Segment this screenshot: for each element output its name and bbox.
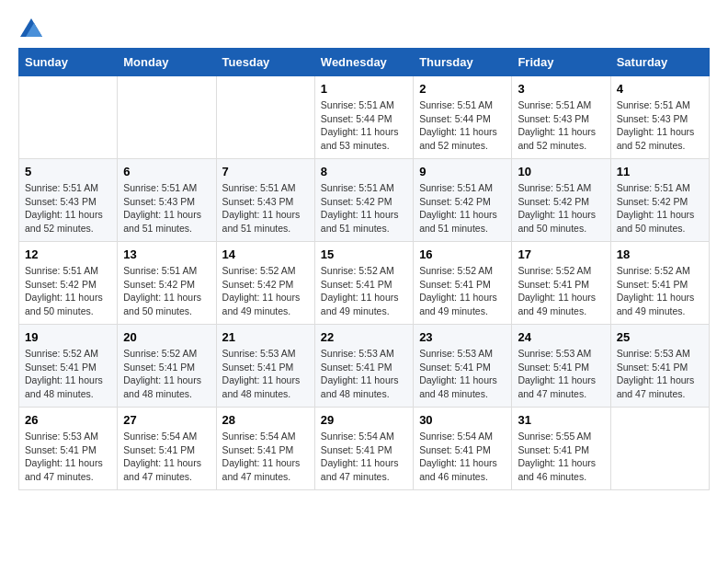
calendar-cell: 22Sunrise: 5:53 AM Sunset: 5:41 PM Dayli… bbox=[314, 325, 413, 408]
day-info: Sunrise: 5:51 AM Sunset: 5:43 PM Dayligh… bbox=[617, 98, 703, 153]
day-number: 3 bbox=[518, 82, 604, 96]
day-number: 21 bbox=[222, 330, 309, 344]
calendar-cell: 15Sunrise: 5:52 AM Sunset: 5:41 PM Dayli… bbox=[314, 242, 413, 325]
day-number: 18 bbox=[617, 247, 703, 261]
day-number: 4 bbox=[617, 82, 703, 96]
day-info: Sunrise: 5:52 AM Sunset: 5:41 PM Dayligh… bbox=[123, 347, 210, 401]
day-info: Sunrise: 5:51 AM Sunset: 5:43 PM Dayligh… bbox=[222, 181, 309, 236]
calendar-cell: 9Sunrise: 5:51 AM Sunset: 5:42 PM Daylig… bbox=[414, 159, 512, 242]
day-info: Sunrise: 5:51 AM Sunset: 5:42 PM Dayligh… bbox=[321, 181, 407, 236]
day-info: Sunrise: 5:54 AM Sunset: 5:41 PM Dayligh… bbox=[222, 430, 309, 484]
day-info: Sunrise: 5:54 AM Sunset: 5:41 PM Dayligh… bbox=[123, 430, 210, 484]
day-number: 8 bbox=[321, 165, 407, 178]
day-number: 29 bbox=[321, 413, 407, 427]
day-number: 14 bbox=[222, 247, 309, 261]
day-info: Sunrise: 5:53 AM Sunset: 5:41 PM Dayligh… bbox=[222, 347, 309, 401]
calendar-cell: 19Sunrise: 5:52 AM Sunset: 5:41 PM Dayli… bbox=[19, 325, 118, 408]
day-info: Sunrise: 5:53 AM Sunset: 5:41 PM Dayligh… bbox=[321, 347, 407, 401]
week-row-3: 12Sunrise: 5:51 AM Sunset: 5:42 PM Dayli… bbox=[19, 242, 710, 325]
day-info: Sunrise: 5:51 AM Sunset: 5:44 PM Dayligh… bbox=[419, 98, 506, 153]
calendar-cell: 29Sunrise: 5:54 AM Sunset: 5:41 PM Dayli… bbox=[314, 408, 413, 490]
header-day-saturday: Saturday bbox=[610, 49, 709, 76]
day-info: Sunrise: 5:52 AM Sunset: 5:41 PM Dayligh… bbox=[617, 264, 703, 318]
calendar-cell: 17Sunrise: 5:52 AM Sunset: 5:41 PM Dayli… bbox=[512, 242, 610, 325]
week-row-4: 19Sunrise: 5:52 AM Sunset: 5:41 PM Dayli… bbox=[19, 325, 710, 408]
day-info: Sunrise: 5:54 AM Sunset: 5:41 PM Dayligh… bbox=[321, 430, 407, 484]
week-row-2: 5Sunrise: 5:51 AM Sunset: 5:43 PM Daylig… bbox=[19, 159, 710, 242]
day-number: 9 bbox=[419, 165, 506, 178]
day-number: 22 bbox=[321, 330, 407, 344]
day-number: 31 bbox=[518, 413, 604, 427]
day-info: Sunrise: 5:55 AM Sunset: 5:41 PM Dayligh… bbox=[518, 430, 604, 484]
day-number: 30 bbox=[419, 413, 506, 427]
header-row: SundayMondayTuesdayWednesdayThursdayFrid… bbox=[19, 49, 710, 76]
header-day-wednesday: Wednesday bbox=[314, 49, 413, 76]
day-info: Sunrise: 5:51 AM Sunset: 5:42 PM Dayligh… bbox=[518, 181, 604, 236]
calendar-cell bbox=[216, 76, 314, 159]
calendar-cell bbox=[610, 408, 709, 490]
day-number: 6 bbox=[123, 165, 210, 178]
logo-icon bbox=[20, 18, 42, 37]
day-info: Sunrise: 5:52 AM Sunset: 5:41 PM Dayligh… bbox=[518, 264, 604, 318]
calendar-cell: 21Sunrise: 5:53 AM Sunset: 5:41 PM Dayli… bbox=[216, 325, 314, 408]
day-number: 19 bbox=[25, 330, 111, 344]
day-info: Sunrise: 5:53 AM Sunset: 5:41 PM Dayligh… bbox=[419, 347, 506, 401]
day-number: 17 bbox=[518, 247, 604, 261]
day-number: 20 bbox=[123, 330, 210, 344]
day-info: Sunrise: 5:54 AM Sunset: 5:41 PM Dayligh… bbox=[419, 430, 506, 484]
day-info: Sunrise: 5:53 AM Sunset: 5:41 PM Dayligh… bbox=[518, 347, 604, 401]
day-info: Sunrise: 5:51 AM Sunset: 5:42 PM Dayligh… bbox=[123, 264, 210, 318]
calendar-cell bbox=[19, 76, 118, 159]
day-number: 12 bbox=[25, 247, 111, 261]
logo bbox=[18, 18, 42, 33]
day-number: 26 bbox=[25, 413, 111, 427]
day-info: Sunrise: 5:51 AM Sunset: 5:43 PM Dayligh… bbox=[123, 181, 210, 236]
day-number: 7 bbox=[222, 165, 309, 178]
day-info: Sunrise: 5:51 AM Sunset: 5:44 PM Dayligh… bbox=[321, 98, 407, 153]
day-number: 5 bbox=[25, 165, 111, 178]
calendar-cell: 30Sunrise: 5:54 AM Sunset: 5:41 PM Dayli… bbox=[414, 408, 512, 490]
calendar-cell: 12Sunrise: 5:51 AM Sunset: 5:42 PM Dayli… bbox=[19, 242, 118, 325]
calendar-cell: 18Sunrise: 5:52 AM Sunset: 5:41 PM Dayli… bbox=[610, 242, 709, 325]
day-info: Sunrise: 5:53 AM Sunset: 5:41 PM Dayligh… bbox=[617, 347, 703, 401]
day-info: Sunrise: 5:53 AM Sunset: 5:41 PM Dayligh… bbox=[25, 430, 111, 484]
day-number: 1 bbox=[321, 82, 407, 96]
header-day-thursday: Thursday bbox=[414, 49, 512, 76]
calendar-cell: 24Sunrise: 5:53 AM Sunset: 5:41 PM Dayli… bbox=[512, 325, 610, 408]
calendar-cell: 3Sunrise: 5:51 AM Sunset: 5:43 PM Daylig… bbox=[512, 76, 610, 159]
header-day-friday: Friday bbox=[512, 49, 610, 76]
calendar-cell: 5Sunrise: 5:51 AM Sunset: 5:43 PM Daylig… bbox=[19, 159, 118, 242]
day-number: 27 bbox=[123, 413, 210, 427]
day-info: Sunrise: 5:51 AM Sunset: 5:42 PM Dayligh… bbox=[25, 264, 111, 318]
calendar-cell: 31Sunrise: 5:55 AM Sunset: 5:41 PM Dayli… bbox=[512, 408, 610, 490]
day-number: 28 bbox=[222, 413, 309, 427]
calendar-table: SundayMondayTuesdayWednesdayThursdayFrid… bbox=[18, 48, 710, 490]
week-row-5: 26Sunrise: 5:53 AM Sunset: 5:41 PM Dayli… bbox=[19, 408, 710, 490]
calendar-cell: 7Sunrise: 5:51 AM Sunset: 5:43 PM Daylig… bbox=[216, 159, 314, 242]
day-info: Sunrise: 5:51 AM Sunset: 5:42 PM Dayligh… bbox=[419, 181, 506, 236]
day-number: 15 bbox=[321, 247, 407, 261]
day-info: Sunrise: 5:52 AM Sunset: 5:42 PM Dayligh… bbox=[222, 264, 309, 318]
calendar-cell: 6Sunrise: 5:51 AM Sunset: 5:43 PM Daylig… bbox=[118, 159, 216, 242]
calendar-cell: 26Sunrise: 5:53 AM Sunset: 5:41 PM Dayli… bbox=[19, 408, 118, 490]
calendar-cell: 13Sunrise: 5:51 AM Sunset: 5:42 PM Dayli… bbox=[118, 242, 216, 325]
day-info: Sunrise: 5:52 AM Sunset: 5:41 PM Dayligh… bbox=[419, 264, 506, 318]
day-info: Sunrise: 5:52 AM Sunset: 5:41 PM Dayligh… bbox=[25, 347, 111, 401]
header-day-sunday: Sunday bbox=[19, 49, 118, 76]
page-header bbox=[18, 18, 710, 33]
calendar-cell: 11Sunrise: 5:51 AM Sunset: 5:42 PM Dayli… bbox=[610, 159, 709, 242]
header-day-monday: Monday bbox=[118, 49, 216, 76]
calendar-cell: 28Sunrise: 5:54 AM Sunset: 5:41 PM Dayli… bbox=[216, 408, 314, 490]
header-day-tuesday: Tuesday bbox=[216, 49, 314, 76]
calendar-cell: 4Sunrise: 5:51 AM Sunset: 5:43 PM Daylig… bbox=[610, 76, 709, 159]
calendar-cell: 27Sunrise: 5:54 AM Sunset: 5:41 PM Dayli… bbox=[118, 408, 216, 490]
calendar-cell: 8Sunrise: 5:51 AM Sunset: 5:42 PM Daylig… bbox=[314, 159, 413, 242]
day-info: Sunrise: 5:51 AM Sunset: 5:43 PM Dayligh… bbox=[25, 181, 111, 236]
calendar-cell: 16Sunrise: 5:52 AM Sunset: 5:41 PM Dayli… bbox=[414, 242, 512, 325]
calendar-cell: 20Sunrise: 5:52 AM Sunset: 5:41 PM Dayli… bbox=[118, 325, 216, 408]
calendar-cell: 2Sunrise: 5:51 AM Sunset: 5:44 PM Daylig… bbox=[414, 76, 512, 159]
day-number: 11 bbox=[617, 165, 703, 178]
calendar-cell: 10Sunrise: 5:51 AM Sunset: 5:42 PM Dayli… bbox=[512, 159, 610, 242]
day-number: 13 bbox=[123, 247, 210, 261]
calendar-cell: 25Sunrise: 5:53 AM Sunset: 5:41 PM Dayli… bbox=[610, 325, 709, 408]
